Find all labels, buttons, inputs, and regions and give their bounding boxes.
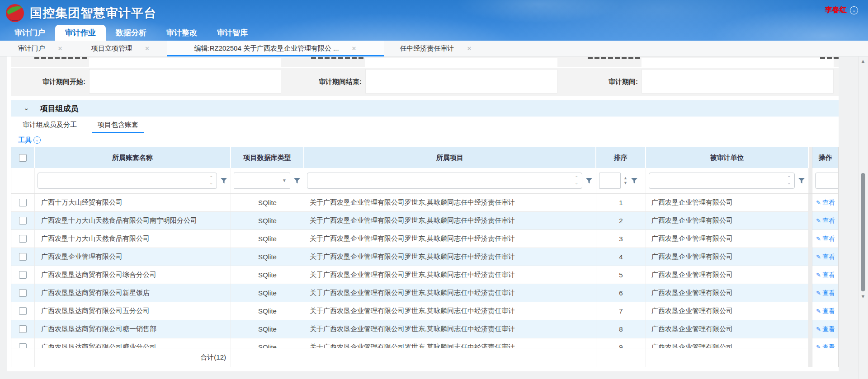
user-menu[interactable]: 李春红 ⌄: [825, 5, 858, 15]
close-icon[interactable]: ✕: [352, 45, 357, 52]
frozen-column-divider: [809, 320, 812, 338]
vertical-scrollbar[interactable]: ▲ ▼: [859, 56, 867, 379]
view-link[interactable]: ✎查看: [816, 343, 835, 348]
table-row[interactable]: 广西农垦垦达商贸有限公司综合分公司 SQlite 关于广西农垦企业管理有限公司罗…: [11, 266, 838, 284]
nav-item-data-analysis[interactable]: 数据分析: [106, 25, 156, 41]
view-link[interactable]: ✎查看: [816, 271, 835, 279]
filter-project-input[interactable]: ⌃⌄: [307, 173, 582, 189]
tools-button[interactable]: 工具 ⌄: [11, 134, 41, 146]
filter-actions-input[interactable]: [815, 173, 838, 189]
view-link[interactable]: ✎查看: [816, 217, 835, 225]
tab-edit-project[interactable]: 编辑:RZ202504 关于广西农垦企业管理有限公 ... ✕: [167, 41, 384, 56]
nav-item-audit-portal[interactable]: 审计门户: [5, 25, 55, 41]
close-icon[interactable]: ✕: [145, 45, 150, 52]
table-row[interactable]: 广西农垦垦达商贸有限公司糖一销售部 SQlite 关于广西农垦企业管理有限公司罗…: [11, 320, 838, 338]
filter-funnel-icon[interactable]: [630, 177, 638, 185]
scroll-up-icon[interactable]: ▲: [859, 58, 867, 64]
view-link[interactable]: ✎查看: [816, 289, 835, 297]
col-header-account-name[interactable]: 所属账套名称: [35, 147, 231, 168]
cell-account-name: 广西农垦垦达商贸有限公司糖一销售部: [35, 320, 231, 338]
cell-audited-unit: 广西农垦企业管理有限公司: [646, 338, 809, 348]
filter-db-type-select[interactable]: ▼: [234, 173, 290, 189]
view-link[interactable]: ✎查看: [816, 253, 835, 261]
row-checkbox[interactable]: [19, 325, 27, 333]
frozen-column-divider: [809, 212, 812, 230]
cell-audited-unit: 广西农垦企业管理有限公司: [646, 320, 809, 338]
col-header-actions: 操作: [812, 147, 838, 168]
row-checkbox[interactable]: [19, 271, 27, 279]
table-row[interactable]: 广西农垦十万大山天然食品有限公司 SQlite 关于广西农垦企业管理有限公司罗世…: [11, 230, 838, 248]
filter-funnel-icon[interactable]: [585, 177, 593, 185]
clipped-form-row: [11, 56, 839, 68]
col-header-project[interactable]: 所属项目: [304, 147, 596, 168]
cell-project: 关于广西农垦企业管理有限公司罗世东,莫咏麟同志任中经济责任审计: [304, 248, 596, 266]
tab-economic-audit[interactable]: 任中经济责任审计 ✕: [384, 41, 488, 56]
cell-order: 2: [596, 212, 646, 230]
col-header-order[interactable]: 排序: [596, 147, 646, 168]
tab-project-setup[interactable]: 项目立项管理 ✕: [74, 41, 167, 56]
scrollbar-thumb[interactable]: [861, 173, 865, 291]
cell-db-type: SQlite: [231, 284, 304, 302]
cell-audited-unit: 广西农垦企业管理有限公司: [646, 302, 809, 320]
row-checkbox[interactable]: [19, 289, 27, 297]
row-checkbox[interactable]: [19, 199, 27, 206]
cell-project: 关于广西农垦企业管理有限公司罗世东,莫咏麟同志任中经济责任审计: [304, 212, 596, 230]
pencil-icon: ✎: [816, 199, 821, 206]
cell-order: 4: [596, 248, 646, 266]
row-checkbox[interactable]: [19, 307, 27, 315]
subtab-members-division[interactable]: 审计组成员及分工: [20, 117, 80, 133]
row-checkbox[interactable]: [19, 343, 27, 348]
section-header-project-members[interactable]: ⌄ 项目组成员: [11, 100, 842, 117]
col-header-audited-unit[interactable]: 被审计单位: [646, 147, 809, 168]
chevron-down-icon: ⌄: [850, 6, 858, 14]
clipped-input: [89, 58, 281, 68]
row-checkbox[interactable]: [19, 235, 27, 243]
table-footer-row: 合计(12): [11, 348, 838, 367]
view-link[interactable]: ✎查看: [816, 307, 835, 315]
table-row[interactable]: 广西十万大山经贸有限公司 SQlite 关于广西农垦企业管理有限公司罗世东,莫咏…: [11, 194, 838, 212]
col-header-db-type[interactable]: 项目数据库类型: [231, 147, 304, 168]
filter-audited-unit-input[interactable]: ⌃⌄: [649, 173, 795, 189]
audit-period-start-input[interactable]: [89, 69, 281, 94]
tab-audit-portal[interactable]: 审计门户 ✕: [6, 41, 74, 56]
frozen-column-divider: [809, 230, 812, 248]
cell-db-type: SQlite: [231, 194, 304, 212]
row-checkbox[interactable]: [19, 217, 27, 225]
cell-order: 9: [596, 338, 646, 348]
filter-funnel-icon[interactable]: [220, 177, 228, 185]
audit-period-input[interactable]: [642, 69, 834, 94]
dropdown-arrow-icon: ▼: [282, 178, 287, 183]
select-all-checkbox[interactable]: [19, 154, 27, 162]
table-row[interactable]: 广西农垦垦达商贸有限公司五分公司 SQlite 关于广西农垦企业管理有限公司罗世…: [11, 302, 838, 320]
frozen-column-divider: [809, 284, 812, 302]
table-row[interactable]: 广西农垦企业管理有限公司 SQlite 关于广西农垦企业管理有限公司罗世东,莫咏…: [11, 248, 838, 266]
frozen-column-divider: [809, 338, 812, 348]
nav-item-audit-knowledge[interactable]: 审计智库: [207, 25, 258, 41]
audit-period-end-input[interactable]: [365, 69, 557, 94]
view-link[interactable]: ✎查看: [816, 235, 835, 243]
spinner-arrows[interactable]: ▲▼: [623, 176, 627, 186]
cell-db-type: SQlite: [231, 302, 304, 320]
table-row[interactable]: 广西农垦垦达商贸有限公司糖业分公司 SQlite 关于广西农垦企业管理有限公司罗…: [11, 338, 838, 348]
chevron-down-icon[interactable]: ⌄: [24, 104, 29, 111]
cell-db-type: SQlite: [231, 266, 304, 284]
view-link[interactable]: ✎查看: [816, 325, 835, 333]
filter-funnel-icon[interactable]: [293, 177, 301, 185]
clipped-input: [365, 58, 557, 68]
cell-audited-unit: 广西农垦企业管理有限公司: [646, 284, 809, 302]
nav-item-audit-work[interactable]: 审计作业: [55, 25, 106, 41]
close-icon[interactable]: ✕: [58, 45, 63, 52]
scroll-down-icon[interactable]: ▼: [859, 294, 867, 299]
close-icon[interactable]: ✕: [467, 45, 472, 52]
pencil-icon: ✎: [816, 217, 821, 224]
row-checkbox[interactable]: [19, 253, 27, 261]
filter-funnel-icon[interactable]: [797, 177, 806, 185]
table-row[interactable]: 广西农垦十万大山天然食品有限公司南宁明阳分公司 SQlite 关于广西农垦企业管…: [11, 212, 838, 230]
filter-order-input[interactable]: [599, 173, 621, 189]
nav-item-audit-rectify[interactable]: 审计整改: [156, 25, 207, 41]
table-row[interactable]: 广西农垦垦达商贸有限公司新星饭店 SQlite 关于广西农垦企业管理有限公司罗世…: [11, 284, 838, 302]
view-link[interactable]: ✎查看: [816, 199, 835, 207]
subtab-included-account-sets[interactable]: 项目包含账套: [95, 117, 141, 133]
filter-account-name-input[interactable]: ⌃⌄: [38, 173, 217, 189]
frozen-column-divider: [809, 147, 812, 168]
